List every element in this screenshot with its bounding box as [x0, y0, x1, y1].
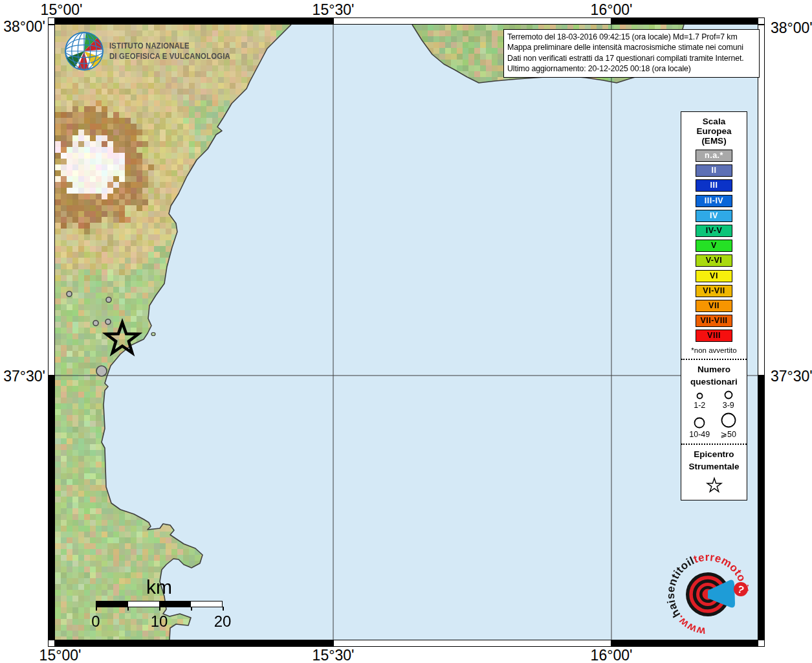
ems-swatch-IV: IV — [696, 210, 732, 222]
axis-label-left-37-30: 37°30' — [0, 368, 45, 385]
size-circle-icon — [723, 390, 734, 400]
size-circle-icon — [696, 392, 704, 400]
frame-corner-bottom-right — [758, 640, 765, 647]
scale-tick — [96, 607, 97, 611]
axis-label-bottom-15-00: 15°00' — [39, 647, 82, 663]
frame-segment-left-2 — [48, 376, 55, 640]
ingv-logo-line2: DI GEOFISICA E VULCANOLOGIA — [109, 51, 230, 62]
ingv-globe-icon — [64, 31, 104, 71]
questionnaire-class-50: ⩾50 — [714, 412, 743, 439]
info-line-map-type: Mappa preliminare delle intensità macros… — [507, 42, 756, 52]
frame-segment-right-2 — [758, 376, 765, 640]
questionnaires-title-line2: questionari — [681, 376, 747, 388]
axis-label-top-15-00: 15°00' — [41, 1, 83, 19]
epicenter-title: Epicentro Strumentale — [681, 448, 747, 473]
axis-label-bottom-16-00: 16°00' — [591, 647, 633, 663]
frame-segment-bottom-1 — [55, 640, 333, 647]
size-circle-icon — [720, 412, 737, 429]
ems-swatch-III-IV: III-IV — [696, 195, 732, 207]
map-legend: Scala Europea (EMS) n.a.*IIIIIIII-IVIVIV… — [681, 111, 747, 500]
legend-title-line2: Europea — [681, 126, 747, 136]
scale-tick — [127, 607, 129, 611]
scale-label-0: 0 — [91, 612, 100, 631]
questionnaires-title: Numero questionari — [681, 363, 747, 388]
legend-title: Scala Europea (EMS) — [681, 117, 747, 146]
ems-swatch-II: II — [696, 164, 732, 177]
frame-segment-top-1 — [55, 17, 333, 25]
scale-tick — [223, 607, 224, 611]
ems-swatch-n-a-: n.a.* — [696, 150, 732, 162]
frame-segment-top-3 — [611, 17, 758, 25]
ems-swatch-V: V — [696, 240, 732, 252]
axis-label-right-38-00: 38°00' — [771, 19, 812, 37]
ems-swatch-VI-VII: VI-VII — [696, 285, 732, 297]
info-line-data: Dati non verificati estratti da 17 quest… — [507, 53, 756, 63]
frame-segment-top-2 — [333, 17, 611, 25]
ems-swatch-VII: VII — [696, 300, 732, 312]
scale-segment — [159, 601, 191, 607]
info-line-event: Terremoto del 18-03-2016 09:42:15 (ora l… — [507, 32, 756, 42]
epicenter-title-line2: Strumentale — [681, 460, 747, 473]
axis-label-top-15-30: 15°30' — [313, 1, 355, 19]
observation-point — [96, 366, 107, 376]
scale-segment — [128, 601, 160, 607]
scale-bar-unit: km — [96, 578, 223, 597]
observation-point — [67, 291, 72, 297]
info-line-updated: Ultimo aggiornamento: 20-12-2025 00:18 (… — [507, 63, 756, 74]
axis-label-bottom-15-30: 15°30' — [313, 647, 355, 663]
scale-label-20: 20 — [214, 612, 232, 631]
ems-swatch-IV-V: IV-V — [696, 225, 732, 237]
observation-point — [93, 320, 98, 326]
frame-corner-bottom-left — [48, 640, 55, 647]
ingv-logo-text: ISTITUTO NAZIONALE DI GEOFISICA E VULCAN… — [109, 41, 230, 61]
scale-tick — [159, 607, 160, 611]
legend-title-line3: (EMS) — [681, 136, 747, 146]
map-canvas — [55, 25, 758, 640]
legend-divider — [681, 444, 747, 445]
frame-segment-left-1 — [48, 25, 55, 376]
scale-label-10: 10 — [151, 612, 168, 631]
ems-swatch-VII-VIII: VII-VIII — [696, 315, 732, 327]
scale-bar-labels: 0 10 20 — [96, 612, 223, 629]
questionnaires-title-line1: Numero — [681, 363, 747, 376]
ems-intensity-scale: n.a.*IIIIIIII-IVIVIV-VVV-VIVIVI-VIIVIIVI… — [681, 150, 747, 342]
size-class-label: 3-9 — [723, 401, 734, 410]
size-class-label: 10-49 — [689, 430, 710, 439]
questionnaire-class-1-2: 1-2 — [685, 390, 714, 410]
ems-swatch-V-VI: V-VI — [696, 254, 732, 267]
axis-label-left-38-00: 38°00' — [0, 18, 45, 36]
observation-point — [105, 319, 111, 324]
ingv-logo-line1: ISTITUTO NAZIONALE — [109, 41, 230, 51]
legend-title-line1: Scala — [681, 117, 747, 126]
legend-footnote: *non avvertito — [681, 346, 747, 354]
frame-corner-top-left — [48, 17, 55, 25]
ingv-logo: ISTITUTO NAZIONALE DI GEOFISICA E VULCAN… — [63, 30, 335, 75]
questionnaire-class-10-49: 10-49 — [685, 412, 714, 439]
scale-bar-segments — [96, 601, 223, 607]
map-scale-bar: km 0 10 20 — [96, 578, 223, 629]
event-info-box: Terremoto del 18-03-2016 09:42:15 (ora l… — [503, 29, 760, 78]
axis-label-top-16-00: 16°00' — [591, 1, 633, 19]
questionnaire-size-classes: 1-23-910-49⩾50 — [685, 390, 743, 439]
scale-tick — [191, 607, 192, 611]
scale-segment — [96, 601, 128, 607]
scale-segment — [191, 601, 223, 607]
epicenter-title-line1: Epicentro — [681, 448, 747, 460]
legend-divider — [681, 359, 747, 360]
axis-label-right-37-30: 37°30' — [771, 368, 812, 385]
observation-point — [106, 297, 111, 302]
ems-swatch-III: III — [696, 179, 732, 192]
haisentitoilterremoto-logo: www.haisentitoilterremoto.it ? — [665, 550, 756, 641]
epicenter-star — [106, 322, 138, 353]
ems-swatch-VI: VI — [696, 270, 732, 282]
epicenter-star-icon — [705, 475, 724, 493]
size-class-label: ⩾50 — [721, 429, 736, 439]
map-overlay-layer — [55, 25, 758, 640]
questionnaire-class-3-9: 3-9 — [714, 390, 743, 410]
frame-corner-top-right — [758, 17, 765, 25]
size-class-label: 1-2 — [694, 401, 705, 410]
frame-segment-bottom-2 — [333, 640, 611, 647]
ems-swatch-VIII: VIII — [696, 330, 732, 342]
size-circle-icon — [693, 416, 706, 429]
